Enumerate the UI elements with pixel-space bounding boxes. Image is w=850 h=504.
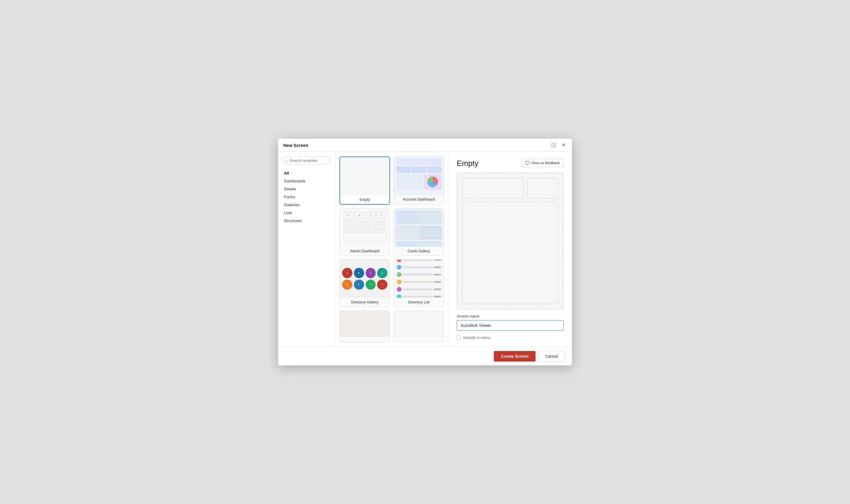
template-label-empty: Empty bbox=[340, 195, 389, 204]
sidebar-item-all[interactable]: All bbox=[282, 170, 331, 177]
dl-row-2 bbox=[396, 264, 441, 270]
cg-row-3 bbox=[396, 241, 441, 247]
cg-card bbox=[419, 211, 442, 224]
adm-badge-3: ● bbox=[365, 212, 375, 219]
maximize-button[interactable]: ⬜ bbox=[549, 142, 558, 148]
dl-av-3 bbox=[397, 272, 401, 277]
sidebar-item-lists[interactable]: Lists bbox=[282, 210, 331, 216]
dl-extra bbox=[434, 274, 441, 275]
dl-extra bbox=[434, 296, 441, 298]
dialog-body: ⌕ All Dashboards Details Forms Galleries… bbox=[278, 152, 572, 347]
template-grid: Empty bbox=[335, 152, 449, 347]
adm-row-5 bbox=[345, 231, 385, 233]
dg-avatar-5: E bbox=[342, 280, 352, 290]
template-card-directory-list[interactable]: Directory List bbox=[394, 259, 444, 307]
sidebar: ⌕ All Dashboards Details Forms Galleries… bbox=[278, 152, 335, 347]
cg-card bbox=[396, 241, 418, 247]
ad-stats bbox=[397, 166, 441, 173]
cg-card bbox=[396, 226, 418, 239]
adm-row-1 bbox=[345, 220, 385, 223]
template-label-7 bbox=[340, 337, 390, 342]
include-menu-row: Include in menu bbox=[457, 336, 564, 340]
dl-line bbox=[403, 274, 433, 275]
feedback-button[interactable]: Give us feedback bbox=[522, 159, 564, 167]
adm-row-2 bbox=[345, 223, 385, 225]
sidebar-item-galleries[interactable]: Galleries bbox=[282, 201, 331, 208]
adm-badge-2: ● bbox=[354, 212, 364, 219]
ad-stat-3 bbox=[427, 166, 441, 173]
template-preview bbox=[457, 173, 564, 309]
preview-inner bbox=[462, 178, 558, 304]
mini-ui-admin: ● ● ● ● bbox=[342, 211, 387, 245]
sidebar-item-details[interactable]: Details bbox=[282, 186, 331, 192]
template-card-empty[interactable]: Empty bbox=[340, 157, 390, 205]
sidebar-item-dashboards[interactable]: Dashboards bbox=[282, 178, 331, 184]
dg-avatar-4: D bbox=[377, 268, 387, 278]
include-in-menu-checkbox[interactable] bbox=[457, 336, 461, 340]
adm-cell bbox=[345, 231, 358, 233]
new-screen-dialog: New Screen ⬜ ✕ ⌕ All Dashboards Details … bbox=[278, 139, 572, 365]
adm-table bbox=[344, 219, 386, 242]
screen-name-section: Screen name bbox=[457, 314, 564, 331]
template-thumb-account-dashboard bbox=[394, 157, 444, 195]
preview-narrow-block bbox=[527, 178, 558, 199]
ad-row bbox=[397, 174, 441, 190]
dg-grid: A B C D E F G H bbox=[342, 268, 387, 290]
dl-av-4 bbox=[397, 280, 401, 284]
create-screen-button[interactable]: Create Screen bbox=[494, 351, 536, 362]
adm-cell bbox=[358, 223, 371, 225]
dg-avatar-7: G bbox=[366, 280, 376, 290]
dl-extra bbox=[434, 281, 441, 283]
search-box[interactable]: ⌕ bbox=[282, 157, 331, 164]
template-label-directory-list: Directory List bbox=[394, 298, 444, 307]
dl-row-3 bbox=[396, 272, 441, 277]
template-card-account-dashboard[interactable]: Account Dashboard bbox=[394, 157, 444, 205]
feedback-icon bbox=[525, 161, 530, 165]
template-card-admin-dashboard[interactable]: ● ● ● ● Admin Da bbox=[340, 208, 390, 256]
cg-card bbox=[419, 241, 442, 247]
template-label-8 bbox=[394, 337, 444, 342]
cg-card bbox=[419, 226, 442, 239]
dg-avatar-8: H bbox=[377, 280, 387, 290]
dialog-title: New Screen bbox=[283, 143, 308, 148]
template-thumb-empty bbox=[340, 157, 389, 195]
preview-main-block bbox=[462, 201, 558, 304]
template-label-admin-dashboard: Admin Dashboard bbox=[340, 247, 390, 255]
selected-template-title: Empty bbox=[457, 159, 479, 168]
ad-stat-1 bbox=[397, 166, 411, 173]
search-icon: ⌕ bbox=[285, 158, 288, 163]
dl-av-1 bbox=[397, 259, 401, 262]
search-input[interactable] bbox=[290, 158, 328, 163]
adm-cell bbox=[372, 231, 385, 233]
template-label-cards-gallery: Cards Gallery bbox=[394, 247, 444, 255]
right-panel: Empty Give us feedback bbox=[449, 152, 572, 347]
screen-name-input[interactable] bbox=[457, 320, 564, 331]
mini-ui-account bbox=[397, 159, 441, 193]
dl-line bbox=[403, 288, 433, 290]
close-button[interactable]: ✕ bbox=[560, 142, 567, 148]
ad-chart bbox=[424, 174, 441, 190]
template-card-8[interactable] bbox=[394, 310, 444, 342]
dialog-footer: Create Screen Cancel bbox=[278, 347, 572, 365]
adm-row-4 bbox=[345, 229, 385, 231]
adm-cell bbox=[358, 229, 371, 231]
adm-cell bbox=[358, 220, 371, 223]
dialog-titlebar: New Screen ⬜ ✕ bbox=[278, 139, 572, 152]
sidebar-item-forms[interactable]: Forms bbox=[282, 194, 331, 200]
cg-card bbox=[396, 211, 418, 224]
template-card-cards-gallery[interactable]: Cards Gallery bbox=[394, 208, 444, 256]
template-card-7[interactable] bbox=[340, 310, 390, 342]
product-grid bbox=[364, 312, 366, 336]
cards-layout bbox=[396, 211, 441, 245]
template-label-directory-gallery: Directory Gallery bbox=[340, 298, 390, 307]
adm-cell bbox=[358, 226, 371, 228]
feedback-label: Give us feedback bbox=[532, 161, 560, 165]
dl-av-6 bbox=[397, 294, 401, 298]
sidebar-item-structures[interactable]: Structures bbox=[282, 217, 331, 224]
adm-row-3 bbox=[345, 226, 385, 228]
dl-row-6 bbox=[396, 294, 441, 298]
dl-row-5 bbox=[396, 286, 441, 292]
adm-badge-1: ● bbox=[344, 212, 353, 219]
cancel-button[interactable]: Cancel bbox=[538, 351, 565, 362]
template-card-directory-gallery[interactable]: A B C D E F G H Directory Gallery bbox=[340, 259, 390, 307]
